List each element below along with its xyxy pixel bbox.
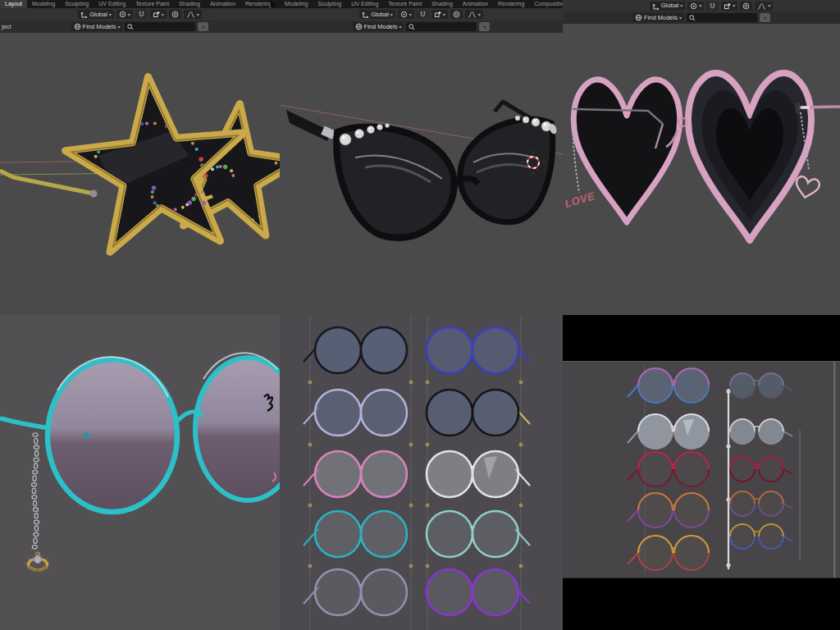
filter-button[interactable]: ▾ bbox=[760, 13, 770, 22]
snap-toggle[interactable] bbox=[706, 2, 719, 11]
viewport-panel-teal-glasses bbox=[0, 315, 280, 630]
snap-magnet-icon bbox=[419, 11, 427, 18]
pivot-point-icon bbox=[119, 11, 126, 18]
tab-uv-editing[interactable]: UV Editing bbox=[346, 0, 383, 8]
chevron-down-icon: ▾ bbox=[733, 3, 735, 8]
heart-glasses-model bbox=[573, 73, 840, 240]
chevron-down-icon: ▾ bbox=[409, 12, 412, 17]
tab-animation[interactable]: Animation bbox=[458, 0, 493, 8]
chevron-down-icon: ▾ bbox=[478, 12, 481, 17]
asset-search-label: Find Models bbox=[644, 15, 678, 21]
pivot-point-dropdown[interactable]: ▾ bbox=[116, 10, 133, 19]
viewport-glasses-rack[interactable] bbox=[280, 315, 563, 630]
proportional-editing-toggle[interactable] bbox=[740, 2, 752, 11]
blender-window-heart-glasses: Global ▾ ▾ ▾ ▾ bbox=[563, 0, 840, 315]
snap-magnet-icon bbox=[709, 2, 716, 10]
pivot-point-dropdown[interactable]: ▾ bbox=[687, 2, 704, 11]
asset-source-dropdown[interactable]: Find Models ▾ bbox=[632, 13, 684, 22]
snap-toggle[interactable] bbox=[417, 10, 429, 19]
transform-orientation-icon bbox=[362, 11, 369, 18]
proportional-editing-icon bbox=[453, 11, 460, 18]
proportional-falloff-dropdown[interactable]: ▾ bbox=[184, 10, 202, 19]
snap-magnet-icon bbox=[138, 11, 145, 18]
search-icon bbox=[689, 15, 696, 21]
search-icon bbox=[127, 24, 134, 30]
proportional-falloff-dropdown[interactable]: ▾ bbox=[755, 2, 773, 11]
falloff-curve-icon bbox=[757, 2, 766, 10]
search-input[interactable] bbox=[687, 13, 757, 22]
proportional-editing-toggle[interactable] bbox=[169, 10, 181, 19]
snap-toggle[interactable] bbox=[135, 10, 148, 19]
proportional-editing-toggle[interactable] bbox=[450, 10, 463, 19]
transform-orientation-dropdown[interactable]: Global ▾ bbox=[650, 2, 686, 11]
asset-search-bar: ject Find Models ▾ ▾ bbox=[0, 21, 280, 33]
chevron-down-icon: ▾ bbox=[390, 12, 393, 17]
viewport-header: Global ▾ ▾ ▾ ▾ bbox=[563, 0, 840, 11]
chevron-down-icon: ▾ bbox=[399, 25, 401, 30]
tab-modeling[interactable]: Modeling bbox=[280, 0, 313, 8]
viewport-cat-eye-glasses[interactable] bbox=[280, 33, 563, 315]
proportional-editing-icon bbox=[171, 11, 179, 18]
viewport-letterboxed-rack[interactable] bbox=[563, 315, 840, 630]
orientation-label: Global bbox=[661, 2, 679, 9]
tab-sculpting[interactable]: Sculpting bbox=[60, 0, 94, 8]
chevron-down-icon: ▾ bbox=[109, 12, 112, 17]
viewport-header: Global ▾ ▾ ▾ ▾ bbox=[280, 8, 563, 21]
orientation-label: Global bbox=[89, 11, 107, 18]
snap-target-dropdown[interactable]: ▾ bbox=[431, 10, 448, 19]
filter-button[interactable]: ▾ bbox=[198, 22, 208, 31]
asset-search-bar: Find Models ▾ ▾ bbox=[280, 21, 563, 33]
tab-sculpting[interactable]: Sculpting bbox=[313, 0, 346, 8]
search-input[interactable] bbox=[125, 22, 195, 31]
asset-search-bar: Find Models ▾ ▾ bbox=[563, 11, 840, 24]
blender-window-cat-eye-glasses: Modeling Sculpting UV Editing Texture Pa… bbox=[280, 0, 563, 315]
asset-globe-icon bbox=[635, 14, 642, 21]
tab-modeling[interactable]: Modeling bbox=[27, 0, 60, 8]
asset-source-dropdown[interactable]: Find Models ▾ bbox=[353, 22, 404, 31]
chevron-down-icon: ▾ bbox=[699, 3, 701, 8]
mode-label-fragment: ject bbox=[2, 23, 11, 30]
viewport-panel-glasses-rack bbox=[280, 315, 563, 630]
asset-globe-icon bbox=[74, 23, 81, 30]
viewport-star-glasses[interactable] bbox=[0, 33, 280, 315]
snap-target-icon bbox=[153, 11, 160, 18]
search-icon bbox=[409, 24, 415, 30]
viewport-heart-glasses[interactable]: LOVE bbox=[563, 24, 840, 315]
chevron-down-icon: ▾ bbox=[197, 12, 199, 17]
tab-texture-paint[interactable]: Texture Paint bbox=[383, 0, 427, 8]
asset-source-dropdown[interactable]: Find Models ▾ bbox=[71, 22, 123, 31]
transform-orientation-dropdown[interactable]: Global ▾ bbox=[78, 10, 114, 19]
falloff-curve-icon bbox=[468, 11, 477, 18]
proportional-falloff-dropdown[interactable]: ▾ bbox=[465, 10, 483, 19]
search-input[interactable] bbox=[406, 22, 477, 31]
tab-layout[interactable]: Layout bbox=[0, 0, 27, 8]
snap-target-dropdown[interactable]: ▾ bbox=[721, 2, 737, 11]
filter-button[interactable]: ▾ bbox=[479, 22, 490, 31]
snap-target-icon bbox=[724, 2, 731, 10]
viewport-header: Global ▾ ▾ ▾ ▾ bbox=[0, 8, 280, 21]
pivot-point-dropdown[interactable]: ▾ bbox=[398, 10, 414, 19]
tab-uv-editing[interactable]: UV Editing bbox=[94, 0, 130, 8]
tab-shading[interactable]: Shading bbox=[174, 0, 205, 8]
transform-orientation-icon bbox=[652, 2, 660, 10]
tab-compositing[interactable]: Compositing bbox=[529, 0, 563, 8]
blender-window-star-glasses: Layout Modeling Sculpting UV Editing Tex… bbox=[0, 0, 280, 315]
snap-target-dropdown[interactable]: ▾ bbox=[150, 10, 167, 19]
love-charm-text: LOVE bbox=[564, 189, 596, 210]
asset-globe-icon bbox=[355, 23, 363, 30]
orientation-label: Global bbox=[371, 11, 389, 18]
chevron-down-icon: ▾ bbox=[128, 12, 130, 17]
chevron-down-icon: ▾ bbox=[162, 12, 164, 17]
pivot-point-icon bbox=[400, 11, 408, 18]
tab-animation[interactable]: Animation bbox=[205, 0, 240, 8]
tab-shading[interactable]: Shading bbox=[427, 0, 458, 8]
workspace-tabbar: Modeling Sculpting UV Editing Texture Pa… bbox=[280, 0, 563, 8]
tab-texture-paint[interactable]: Texture Paint bbox=[130, 0, 174, 8]
screenshot-collage: Layout Modeling Sculpting UV Editing Tex… bbox=[0, 0, 840, 630]
viewport-teal-round-glasses[interactable] bbox=[0, 315, 280, 630]
chevron-down-icon: ▾ bbox=[768, 3, 770, 8]
chevron-down-icon: ▾ bbox=[679, 16, 682, 21]
tab-rendering[interactable]: Rendering bbox=[493, 0, 529, 8]
pivot-point-icon bbox=[690, 2, 697, 10]
transform-orientation-dropdown[interactable]: Global ▾ bbox=[359, 10, 395, 19]
